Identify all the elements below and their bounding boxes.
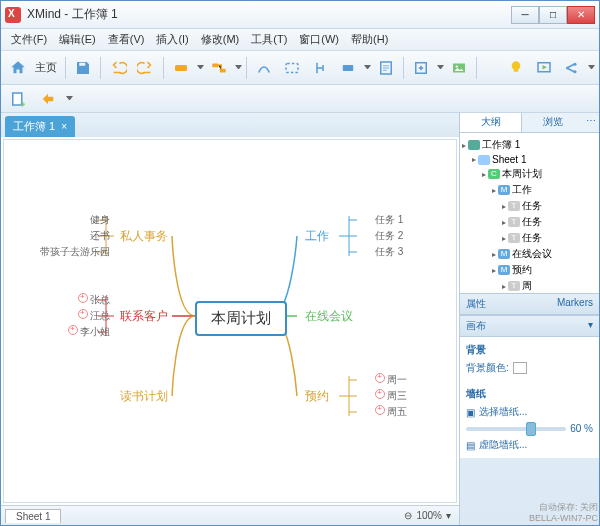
sub-topic[interactable]: 周一 — [375, 373, 407, 387]
sheet-tab[interactable]: Sheet 1 — [5, 509, 61, 523]
idea-button[interactable] — [503, 55, 529, 81]
main-topic[interactable]: 联系客户 — [120, 308, 168, 325]
main-topic[interactable]: 在线会议 — [305, 308, 353, 325]
zoom-out-icon[interactable]: ⊖ — [404, 510, 412, 521]
outline-item[interactable]: ▸T周 — [462, 278, 597, 293]
outline-tree[interactable]: ▸工作簿 1▸Sheet 1▸C本周计划▸M工作▸T任务▸T任务▸T任务▸M在线… — [460, 133, 599, 293]
menu-item[interactable]: 文件(F) — [5, 29, 53, 50]
home-label[interactable]: 主页 — [35, 60, 57, 75]
subtopic-button[interactable] — [206, 55, 232, 81]
outline-item[interactable]: ▸M在线会议 — [462, 246, 597, 262]
sub-topic[interactable]: 健身 — [35, 213, 110, 227]
expand-icon[interactable]: ▸ — [492, 186, 496, 195]
image-button[interactable] — [446, 55, 472, 81]
tab-close-icon[interactable]: × — [61, 121, 67, 132]
svg-rect-4 — [343, 65, 354, 71]
menu-item[interactable]: 查看(V) — [102, 29, 151, 50]
label-button[interactable] — [335, 55, 361, 81]
drill-button[interactable] — [408, 55, 434, 81]
redo-button[interactable] — [133, 55, 159, 81]
new-sheet-button[interactable] — [5, 86, 31, 112]
opacity-slider[interactable] — [466, 427, 566, 431]
main-topic[interactable]: 工作 — [305, 228, 329, 245]
bg-color-swatch[interactable] — [513, 362, 527, 374]
relationship-button[interactable] — [251, 55, 277, 81]
outline-item[interactable]: ▸工作簿 1 — [462, 137, 597, 153]
maximize-button[interactable]: □ — [539, 6, 567, 24]
expand-icon[interactable]: ▸ — [502, 234, 506, 243]
export-button[interactable] — [35, 86, 61, 112]
outline-item[interactable]: ▸Sheet 1 — [462, 153, 597, 166]
expand-icon[interactable]: ▸ — [492, 266, 496, 275]
minimize-button[interactable]: ─ — [511, 6, 539, 24]
outline-item[interactable]: ▸C本周计划 — [462, 166, 597, 182]
outline-item[interactable]: ▸M工作 — [462, 182, 597, 198]
sub-topic[interactable]: 任务 3 — [375, 245, 403, 259]
menu-item[interactable]: 帮助(H) — [345, 29, 394, 50]
main-topic[interactable]: 私人事务 — [120, 228, 168, 245]
priority-marker-icon[interactable] — [78, 293, 88, 303]
expand-icon[interactable]: ▸ — [502, 202, 506, 211]
outline-item[interactable]: ▸T任务 — [462, 230, 597, 246]
expand-icon[interactable]: ▸ — [472, 155, 476, 164]
save-button[interactable] — [70, 55, 96, 81]
zoom-dropdown-icon[interactable]: ▾ — [446, 510, 451, 521]
priority-marker-icon[interactable] — [375, 389, 385, 399]
undo-button[interactable] — [105, 55, 131, 81]
expand-icon[interactable]: ▸ — [502, 282, 506, 291]
sub-topic[interactable]: 周五 — [375, 405, 407, 419]
properties-header[interactable]: 属性 Markers — [460, 293, 599, 315]
outline-item[interactable]: ▸M预约 — [462, 262, 597, 278]
central-topic[interactable]: 本周计划 — [195, 301, 287, 336]
present-button[interactable] — [531, 55, 557, 81]
body: 工作簿 1 × 本周计划私人事务健身还书带孩子去游乐园联系客户张总汪总李小姐读书… — [1, 113, 599, 525]
sub-topic[interactable]: 张总 — [35, 293, 110, 307]
priority-marker-icon[interactable] — [78, 309, 88, 319]
expand-icon[interactable]: ▸ — [502, 218, 506, 227]
main-topic[interactable]: 读书计划 — [120, 388, 168, 405]
sub-topic[interactable]: 周三 — [375, 389, 407, 403]
zoom-control[interactable]: ⊖ 100% ▾ — [404, 510, 451, 521]
share-button[interactable] — [559, 55, 585, 81]
home-button[interactable] — [5, 55, 31, 81]
priority-marker-icon[interactable] — [68, 325, 78, 335]
menu-item[interactable]: 窗口(W) — [293, 29, 345, 50]
main-topic[interactable]: 预约 — [305, 388, 329, 405]
sub-topic[interactable]: 任务 2 — [375, 229, 403, 243]
expand-icon[interactable]: ▸ — [482, 170, 486, 179]
chevron-down-icon[interactable]: ▾ — [588, 319, 593, 333]
sub-topic[interactable]: 还书 — [35, 229, 110, 243]
outline-item[interactable]: ▸T任务 — [462, 214, 597, 230]
bg-section-label: 背景 — [466, 341, 593, 359]
close-button[interactable]: ✕ — [567, 6, 595, 24]
workbook-tab[interactable]: 工作簿 1 × — [5, 116, 75, 137]
menu-item[interactable]: 工具(T) — [245, 29, 293, 50]
menu-item[interactable]: 编辑(E) — [53, 29, 102, 50]
boundary-button[interactable] — [279, 55, 305, 81]
select-wallpaper-link[interactable]: 选择墙纸... — [479, 405, 527, 419]
canvas[interactable]: 本周计划私人事务健身还书带孩子去游乐园联系客户张总汪总李小姐读书计划工作任务 1… — [3, 139, 457, 503]
sub-topic[interactable]: 李小姐 — [35, 325, 110, 339]
node-type-icon: T — [508, 201, 520, 211]
browse-tab[interactable]: 浏览 — [522, 113, 583, 132]
side-panel: 大纲 浏览 ⋯ ▸工作簿 1▸Sheet 1▸C本周计划▸M工作▸T任务▸T任务… — [459, 113, 599, 525]
outline-label: Sheet 1 — [492, 154, 526, 165]
note-button[interactable] — [373, 55, 399, 81]
sub-topic[interactable]: 任务 1 — [375, 213, 403, 227]
fade-wallpaper-link[interactable]: 虚隐墙纸... — [479, 438, 527, 452]
outline-item[interactable]: ▸T任务 — [462, 198, 597, 214]
priority-marker-icon[interactable] — [375, 405, 385, 415]
sub-topic[interactable]: 汪总 — [35, 309, 110, 323]
outline-tab[interactable]: 大纲 — [460, 113, 522, 132]
summary-button[interactable] — [307, 55, 333, 81]
expand-icon[interactable]: ▸ — [462, 141, 466, 150]
topic-button[interactable] — [168, 55, 194, 81]
canvas-props-header[interactable]: 画布 ▾ — [460, 315, 599, 337]
menu-item[interactable]: 插入(I) — [150, 29, 194, 50]
sub-topic[interactable]: 带孩子去游乐园 — [35, 245, 110, 259]
toolbar-main: 主页 — [1, 51, 599, 85]
side-menu-icon[interactable]: ⋯ — [583, 113, 599, 132]
priority-marker-icon[interactable] — [375, 373, 385, 383]
menu-item[interactable]: 修改(M) — [195, 29, 246, 50]
expand-icon[interactable]: ▸ — [492, 250, 496, 259]
